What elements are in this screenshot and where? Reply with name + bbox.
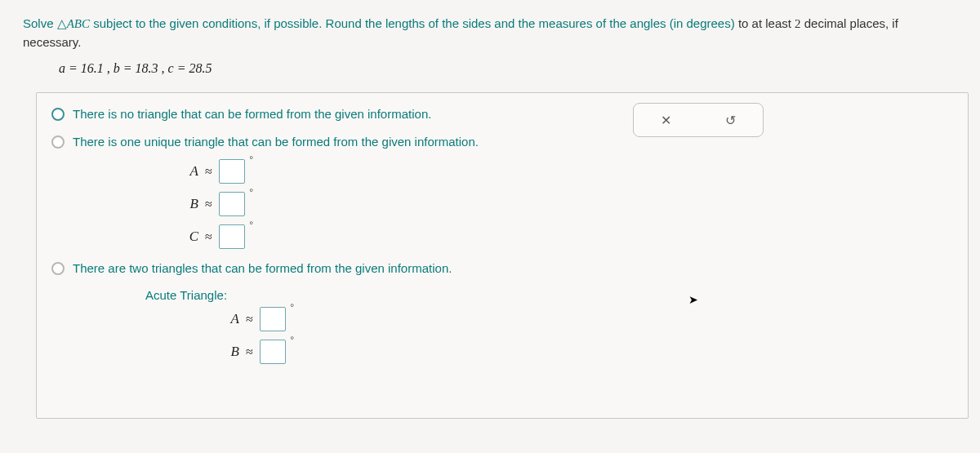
field-acute-A: A ≈ ° (207, 307, 953, 331)
option-one-triangle[interactable]: There is one unique triangle that can be… (51, 134, 574, 150)
field-C: C ≈ ° (166, 224, 953, 249)
reset-button[interactable]: ↺ (718, 109, 744, 131)
degree-icon: ° (290, 302, 293, 312)
var-acute-B: B (207, 344, 239, 360)
input-C[interactable] (219, 224, 245, 249)
cursor-icon: ➤ (688, 293, 698, 306)
input-acute-A[interactable] (260, 307, 286, 331)
option-one-triangle-label: There is one unique triangle that can be… (73, 134, 479, 150)
var-A: A (166, 163, 198, 180)
triangle-symbol: △ (57, 17, 67, 30)
question-prompt: Solve △ABC subject to the given conditio… (0, 0, 980, 58)
approx-icon: ≈ (246, 344, 253, 359)
prompt-text-1: Solve (23, 16, 57, 30)
option-no-triangle-label: There is no triangle that can be formed … (73, 106, 431, 122)
degree-icon: ° (249, 220, 252, 229)
approx-icon: ≈ (246, 312, 253, 326)
prompt-text-3: to at least (738, 16, 795, 30)
option-two-triangles[interactable]: There are two triangles that can be form… (51, 260, 574, 277)
field-acute-B: B ≈ ° (207, 340, 953, 364)
clear-button[interactable]: ✕ (653, 109, 679, 131)
radio-no-triangle[interactable] (51, 108, 65, 121)
input-acute-B[interactable] (260, 340, 286, 364)
given-values: a = 16.1 , b = 18.3 , c = 28.5 (0, 58, 980, 87)
radio-two-triangles[interactable] (51, 262, 65, 275)
prompt-text-2: subject to the given conditions, if poss… (90, 16, 738, 30)
var-acute-A: A (207, 311, 239, 327)
prompt-decnum: 2 (795, 17, 801, 30)
approx-icon: ≈ (205, 164, 212, 179)
option-no-triangle[interactable]: There is no triangle that can be formed … (51, 106, 574, 122)
degree-icon: ° (290, 335, 293, 344)
radio-one-triangle[interactable] (51, 135, 65, 149)
degree-icon: ° (249, 187, 252, 197)
degree-icon: ° (249, 154, 252, 164)
one-triangle-fields: A ≈ ° B ≈ ° C ≈ ° (51, 159, 953, 249)
var-B: B (166, 196, 198, 212)
acute-triangle-fields: A ≈ ° B ≈ ° (51, 307, 953, 364)
field-B: B ≈ ° (166, 192, 953, 216)
var-C: C (166, 229, 198, 245)
reset-icon: ↺ (725, 113, 736, 128)
field-A: A ≈ ° (166, 159, 953, 184)
prompt-abc: ABC (67, 17, 90, 30)
approx-icon: ≈ (205, 229, 212, 244)
option-two-triangles-label: There are two triangles that can be form… (73, 260, 452, 277)
action-toolbar: ✕ ↺ (633, 103, 764, 137)
approx-icon: ≈ (205, 197, 212, 211)
input-A[interactable] (219, 159, 245, 184)
close-icon: ✕ (661, 113, 671, 128)
acute-triangle-label: Acute Triangle: (51, 288, 953, 302)
answer-panel: There is no triangle that can be formed … (36, 92, 969, 419)
input-B[interactable] (219, 192, 245, 216)
